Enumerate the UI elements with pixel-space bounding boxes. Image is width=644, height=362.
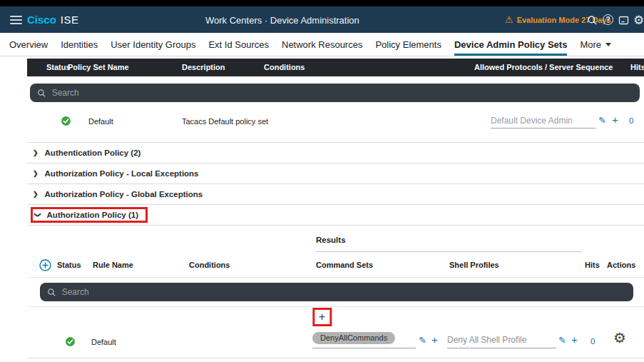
search-icon — [37, 89, 46, 98]
annotation-box-insert-button: + — [312, 308, 332, 326]
policy-set-name[interactable]: Default — [88, 117, 113, 126]
policy-set-search-input[interactable] — [52, 88, 633, 98]
help-icon[interactable]: ? — [603, 14, 613, 25]
tab-label: Network Resources — [282, 39, 362, 50]
annotation-box-authorization-policy: ❯ Authorization Policy (1) — [31, 207, 148, 223]
section-label: Authentication Policy (2) — [45, 149, 141, 157]
app-header: Cisco ISE Work Centers · Device Administ… — [0, 6, 644, 33]
command-set-chip[interactable]: DenyAllCommands — [312, 332, 395, 344]
add-shell-profile-icon[interactable]: + — [571, 334, 578, 345]
tab-device-admin-policy-sets[interactable]: Device Admin Policy Sets — [454, 33, 567, 56]
chevron-down-icon — [605, 43, 611, 46]
add-rule-circle-icon[interactable] — [39, 259, 51, 274]
authorization-search-input[interactable] — [62, 287, 626, 297]
col-hits: Hits — [585, 261, 600, 269]
col-rule-name: Rule Name — [93, 261, 133, 269]
policy-set-table-header: Status Policy Set Name Description Condi… — [27, 59, 644, 76]
divider — [27, 277, 644, 278]
tab-network-resources[interactable]: Network Resources — [282, 33, 362, 56]
policy-set-hits: 0 — [629, 116, 633, 125]
edit-shell-profile-icon[interactable]: ✎ — [558, 336, 566, 345]
divider — [27, 225, 644, 226]
tab-ext-id-sources[interactable]: Ext Id Sources — [208, 33, 269, 56]
edit-command-sets-icon[interactable]: ✎ — [419, 336, 426, 345]
status-enabled-icon[interactable] — [66, 336, 75, 349]
chevron-down-icon: ❯ — [34, 212, 41, 218]
tab-label: Device Admin Policy Sets — [454, 39, 567, 50]
search-icon — [47, 288, 56, 297]
divider — [27, 358, 644, 358]
allowed-protocols-cell[interactable]: Default Device Admin — [491, 109, 596, 129]
col-allowed-protocols: Allowed Protocols / Server Sequence — [474, 63, 613, 71]
status-enabled-icon[interactable] — [61, 116, 71, 129]
tab-label: More — [580, 39, 601, 50]
actions-gear-icon[interactable]: ⚙ — [613, 331, 626, 345]
warning-icon: ⚠ — [505, 15, 513, 24]
divider — [27, 306, 644, 307]
tab-label: Identities — [61, 39, 98, 50]
rule-hits: 0 — [591, 337, 595, 346]
chevron-right-icon: ❯ — [33, 149, 39, 156]
section-label: Authorization Policy - Global Exceptions — [45, 190, 203, 198]
rule-name[interactable]: Default — [91, 338, 116, 346]
col-status: Status — [46, 63, 71, 71]
col-conditions: Conditions — [189, 261, 230, 269]
page-title: Work Centers · Device Administration — [205, 15, 359, 26]
section-label: Authorization Policy (1) — [47, 211, 138, 219]
brand-logo[interactable]: Cisco ISE — [27, 14, 79, 26]
chevron-right-icon: ❯ — [33, 191, 39, 198]
command-sets-cell[interactable]: DenyAllCommands — [312, 328, 416, 348]
menu-icon[interactable] — [10, 16, 22, 24]
window-top-strip — [0, 0, 644, 6]
brand-ise: ISE — [61, 14, 79, 26]
col-policy-set-name: Policy Set Name — [68, 63, 129, 71]
results-group-underline — [316, 251, 581, 252]
shell-profile-value: Deny All Shell Profile — [447, 335, 526, 345]
help-glyph: ? — [605, 16, 610, 24]
add-command-sets-icon[interactable]: + — [431, 334, 438, 345]
section-authentication-policy[interactable]: ❯ Authentication Policy (2) — [27, 142, 644, 163]
workcenter-tabbar: Overview Identities User Identity Groups… — [0, 33, 644, 56]
add-protocols-icon[interactable]: + — [612, 114, 618, 125]
authorization-search — [40, 283, 633, 301]
tab-label: Overview — [9, 39, 48, 50]
section-authz-global-exceptions[interactable]: ❯ Authorization Policy - Global Exceptio… — [27, 183, 644, 204]
tab-user-identity-groups[interactable]: User Identity Groups — [111, 33, 195, 56]
col-conditions: Conditions — [264, 63, 305, 71]
insert-rule-button[interactable]: + — [319, 311, 325, 323]
brand-cisco: Cisco — [27, 14, 56, 26]
tab-identities[interactable]: Identities — [61, 33, 98, 56]
col-command-sets: Command Sets — [316, 261, 373, 269]
tab-label: User Identity Groups — [111, 39, 195, 50]
col-actions: Actions — [607, 261, 635, 269]
ise-device-admin-page: Cisco ISE Work Centers · Device Administ… — [0, 0, 644, 362]
settings-gear-icon[interactable]: ⚙ — [633, 13, 644, 28]
tab-policy-elements[interactable]: Policy Elements — [375, 33, 441, 56]
edit-protocols-icon[interactable]: ✎ — [598, 116, 606, 125]
tab-label: Ext Id Sources — [208, 39, 269, 50]
col-description: Description — [182, 63, 225, 71]
section-authorization-policy[interactable]: ❯ Authorization Policy (1) — [27, 204, 644, 225]
policy-set-description: Tacacs Default policy set — [182, 117, 268, 126]
tab-more[interactable]: More — [580, 33, 611, 56]
shell-profiles-cell[interactable]: Deny All Shell Profile — [447, 328, 556, 348]
chevron-right-icon: ❯ — [33, 170, 39, 177]
allowed-protocols-value: Default Device Admin — [491, 116, 573, 126]
col-shell-profiles: Shell Profiles — [449, 261, 499, 269]
search-icon[interactable] — [586, 14, 598, 26]
col-status: Status — [57, 261, 81, 269]
col-hits: Hits — [630, 63, 644, 71]
section-label: Authorization Policy - Local Exceptions — [45, 169, 199, 178]
tab-label: Policy Elements — [375, 39, 441, 50]
section-authz-local-exceptions[interactable]: ❯ Authorization Policy - Local Exception… — [27, 163, 644, 183]
insert-row-area: + — [312, 308, 332, 326]
tab-overview[interactable]: Overview — [9, 33, 48, 56]
policy-set-search — [30, 84, 640, 102]
results-group-header: Results — [316, 236, 346, 244]
interactive-help-icon[interactable] — [618, 14, 629, 26]
